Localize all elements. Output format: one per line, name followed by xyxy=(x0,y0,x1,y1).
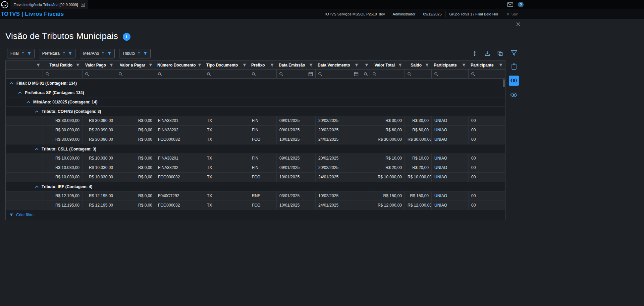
filter-cell-saldo[interactable] xyxy=(405,70,431,78)
data-row[interactable]: R$ 30.090,00R$ 30.090,00R$ 0,00FCO000032… xyxy=(6,135,505,144)
filter-cell-tipo-documento[interactable] xyxy=(204,70,249,78)
expand-collapse-icon[interactable] xyxy=(471,49,479,57)
preview-panel-icon[interactable] xyxy=(509,90,519,99)
app-tab[interactable]: Totvs Inteligência Tributária [02.9.0009… xyxy=(10,0,88,9)
filter-cell-prefixo[interactable] xyxy=(249,70,276,78)
collapse-chevron-icon[interactable] xyxy=(10,82,13,85)
sort-arrow-icon[interactable] xyxy=(102,51,105,56)
filter-cell-total-retido[interactable] xyxy=(43,70,82,78)
group-row-level-4[interactable]: Tributo: COFINS (Contagem: 3) xyxy=(6,107,505,116)
brand-title[interactable]: TOTVS | Livros Fiscais xyxy=(1,11,64,17)
group-row-level-2[interactable]: Prefeitura: SP (Contagem: 134) xyxy=(6,88,505,97)
data-row[interactable]: R$ 10.030,00R$ 10.030,00R$ 0,00FCO000032… xyxy=(6,173,505,182)
filter-cell-participante[interactable] xyxy=(468,70,505,78)
header-filter-icon[interactable] xyxy=(269,63,274,67)
cell-participante: UNIAO xyxy=(431,126,468,135)
collapse-chevron-icon[interactable] xyxy=(18,91,22,94)
header-filter-icon[interactable] xyxy=(461,63,466,67)
header-filter-icon[interactable] xyxy=(147,63,153,67)
column-chooser-icon[interactable] xyxy=(496,49,504,57)
header-filter-icon[interactable] xyxy=(74,63,80,67)
group-row-level-4[interactable]: Tributo: IRF (Contagem: 4) xyxy=(6,182,505,191)
cell-c9 xyxy=(361,116,370,125)
mail-icon[interactable] xyxy=(507,2,513,7)
header-filter-icon[interactable] xyxy=(35,63,40,67)
chip-filter-icon[interactable] xyxy=(68,51,72,55)
column-header-participante[interactable]: Participante xyxy=(468,61,505,69)
filter-cell-c9[interactable] xyxy=(361,70,370,78)
header-filter-icon[interactable] xyxy=(241,63,247,67)
header-filter-icon[interactable] xyxy=(363,63,369,67)
column-header-participante[interactable]: Participante xyxy=(431,61,468,69)
collapse-chevron-icon[interactable] xyxy=(26,101,30,103)
session-info: TOTVS Serviços MSSQL P2510_dev Administr… xyxy=(320,9,519,19)
filter-cell-data-emissao[interactable] xyxy=(276,70,315,78)
calendar-icon[interactable] xyxy=(308,72,313,76)
column-header-total-retido[interactable]: Total Retido xyxy=(43,61,82,69)
header-filter-icon[interactable] xyxy=(353,63,359,67)
column-header-prefixo[interactable]: Prefixo xyxy=(249,61,276,69)
cell-c9 xyxy=(361,173,370,182)
logout-button[interactable]: Sair xyxy=(502,11,519,17)
header-filter-icon[interactable] xyxy=(108,63,113,67)
sort-arrow-icon[interactable] xyxy=(138,51,141,56)
collapse-chevron-icon[interactable] xyxy=(35,110,39,113)
info-icon[interactable]: i xyxy=(123,33,130,41)
group-chip-prefeitura[interactable]: Prefeitura xyxy=(39,49,75,58)
filter-cell-participante[interactable] xyxy=(431,70,468,78)
column-header-data-vencimento[interactable]: Data Vencimento xyxy=(315,61,361,69)
column-header-tipo-documento[interactable]: Tipo Documento xyxy=(204,61,249,69)
tab-close-icon[interactable] xyxy=(81,3,85,7)
data-row[interactable]: R$ 10.030,00R$ 10.030,00R$ 0,00FINA38202… xyxy=(6,163,505,173)
column-header-saldo[interactable]: Saldo xyxy=(405,61,431,69)
header-filter-icon[interactable] xyxy=(497,63,503,67)
column-header-valor-total[interactable]: Valor Total xyxy=(370,61,405,69)
group-row-level-1[interactable]: Filial: D MG 01 (Contagem: 134) xyxy=(6,79,505,88)
data-row[interactable]: R$ 10.030,00R$ 10.030,00R$ 0,00FINA38201… xyxy=(6,154,505,163)
collapse-chevron-icon[interactable] xyxy=(35,185,39,188)
calendar-icon[interactable] xyxy=(354,72,359,76)
help-icon[interactable]: ? xyxy=(518,2,524,7)
group-chip-mes-ano[interactable]: Mês/Ano xyxy=(80,49,115,58)
header-filter-icon[interactable] xyxy=(308,63,313,67)
data-row[interactable]: R$ 12.195,00R$ 12.195,00R$ 0,00F040CT292… xyxy=(6,191,505,201)
vertical-scrollbar-thumb[interactable] xyxy=(503,79,505,87)
data-row[interactable]: R$ 30.090,00R$ 30.090,00R$ 0,00FINA38201… xyxy=(6,116,505,126)
company-label[interactable]: Grupo Totvs 1 / Filial Belo Hor xyxy=(445,11,502,17)
column-header-c9[interactable] xyxy=(361,61,370,69)
header-filter-icon[interactable] xyxy=(397,63,402,67)
data-row[interactable]: R$ 30.090,00R$ 30.090,00R$ 0,00FINA38202… xyxy=(6,126,505,135)
export-icon[interactable] xyxy=(483,49,491,57)
group-row-level-3[interactable]: Mês/Ano: 01/2025 (Contagem: 14) xyxy=(6,97,505,107)
filter-cell-valor-pago[interactable] xyxy=(82,70,116,78)
chip-filter-icon[interactable] xyxy=(107,51,111,55)
filter-cell-valor-a-pagar[interactable] xyxy=(116,70,155,78)
chip-filter-icon[interactable] xyxy=(27,51,31,55)
filter-cell-valor-total[interactable] xyxy=(370,70,405,78)
grid-header-row: Total RetidoValor PagoValor a PagarNúmer… xyxy=(6,61,505,70)
filter-panel-icon[interactable] xyxy=(509,48,519,57)
group-chip-filial[interactable]: Filial xyxy=(7,49,35,58)
column-header-c0[interactable] xyxy=(6,61,43,69)
variables-panel-button[interactable]: {0} xyxy=(509,76,519,86)
column-header-data-emissao[interactable]: Data Emissão xyxy=(276,61,315,69)
group-row-level-4[interactable]: Tributo: CSLL (Contagem: 3) xyxy=(6,144,505,154)
column-header-valor-a-pagar[interactable]: Valor a Pagar xyxy=(116,61,155,69)
collapse-chevron-icon[interactable] xyxy=(35,148,39,150)
filter-cell-numero-documento[interactable] xyxy=(155,70,204,78)
sort-arrow-icon[interactable] xyxy=(62,51,65,56)
header-filter-icon[interactable] xyxy=(196,63,202,67)
clipboard-panel-icon[interactable] xyxy=(509,62,519,71)
close-view-icon[interactable] xyxy=(516,21,521,27)
column-header-valor-pago[interactable]: Valor Pago xyxy=(82,61,116,69)
cell-participante: 00 xyxy=(468,154,505,163)
header-filter-icon[interactable] xyxy=(424,63,429,67)
group-chip-tributo[interactable]: Tributo xyxy=(119,49,151,58)
create-filter-button[interactable]: Criar filtro xyxy=(6,210,505,220)
cell-data-emissao: 09/01/2025 xyxy=(276,154,315,163)
data-row[interactable]: R$ 12.195,00R$ 12.195,00R$ 0,00FCO000032… xyxy=(6,201,505,210)
chip-filter-icon[interactable] xyxy=(143,51,147,55)
sort-arrow-icon[interactable] xyxy=(21,51,24,56)
column-header-numero-documento[interactable]: Número Documento xyxy=(155,61,204,69)
filter-cell-data-vencimento[interactable] xyxy=(315,70,361,78)
